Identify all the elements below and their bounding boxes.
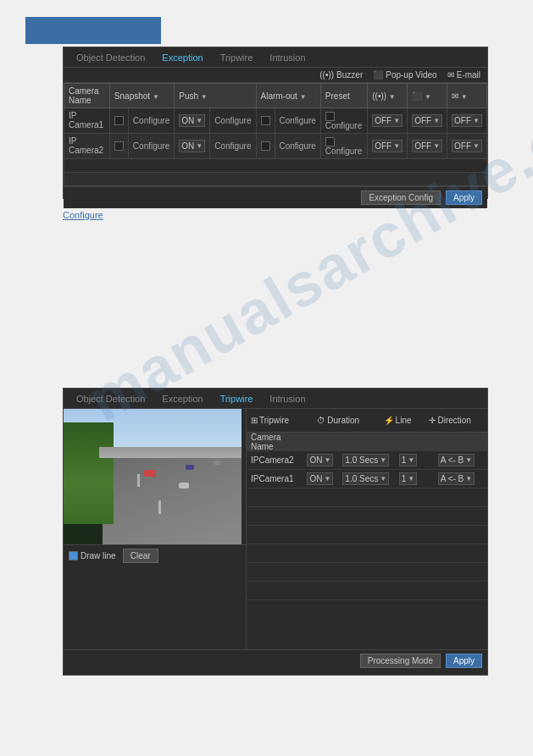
snapshot-cb-cell bbox=[109, 133, 128, 158]
bottom-tab-bar: Object Detection Exception Tripwire Intr… bbox=[64, 389, 487, 409]
tripwire-content: Draw line Clear ⊞ Tripwire ⏱ Duration ⚡ bbox=[64, 409, 487, 649]
popup-video-label: Pop-up Video bbox=[386, 70, 436, 80]
duration-col-label: Duration bbox=[327, 416, 359, 425]
camera-preview bbox=[64, 409, 242, 544]
email-cell-2: OFF▼ bbox=[447, 133, 487, 158]
alarm-cfg-cell: Configure bbox=[275, 133, 320, 158]
tw-empty-row-1 bbox=[247, 488, 487, 507]
alarm-cb-cell bbox=[256, 133, 275, 158]
buzzer-cell-1: OFF▼ bbox=[368, 108, 408, 134]
top-apply-button[interactable]: Apply bbox=[446, 190, 482, 205]
push-configure-2[interactable]: Configure bbox=[214, 141, 251, 151]
push-select-2[interactable]: ON▼ bbox=[179, 140, 205, 152]
push-cfg-cell: Configure bbox=[210, 108, 256, 134]
top-panel-bottom-bar: Exception Config Apply bbox=[64, 186, 487, 208]
clear-button[interactable]: Clear bbox=[123, 549, 158, 563]
email-select-1[interactable]: OFF▼ bbox=[452, 114, 482, 127]
tw-empty-row-2 bbox=[247, 507, 487, 526]
processing-mode-button[interactable]: Processing Mode bbox=[360, 654, 441, 668]
snapshot-cb-cell bbox=[109, 108, 128, 134]
tab-tripwire-top[interactable]: Tripwire bbox=[212, 47, 262, 67]
tw-empty-row-4 bbox=[247, 544, 487, 563]
top-tab-bar: Object Detection Exception Tripwire Intr… bbox=[64, 47, 487, 68]
email-label: E-mail bbox=[457, 70, 480, 80]
tw-line-select-1[interactable]: 1▼ bbox=[399, 454, 417, 466]
header-bar bbox=[25, 17, 161, 44]
buzzer-icon: ((•)) bbox=[319, 70, 334, 80]
middle-configure-link[interactable]: Configure bbox=[63, 210, 103, 220]
tw-status-select-2[interactable]: ON▼ bbox=[307, 472, 333, 485]
alarm-checkbox-2[interactable] bbox=[261, 141, 270, 151]
preset-configure-1[interactable]: Configure bbox=[325, 121, 362, 130]
table-row-empty bbox=[64, 158, 487, 172]
tw-camera-1: IPCamera2 bbox=[251, 455, 303, 465]
tab-object-detection[interactable]: Object Detection bbox=[68, 47, 153, 67]
tw-status-2: ON▼ bbox=[307, 472, 338, 485]
tripwire-right-header: ⊞ Tripwire ⏱ Duration ⚡ Line ✛ Direction bbox=[247, 409, 487, 433]
preset-cell: Configure bbox=[320, 108, 367, 134]
road-marking-1 bbox=[137, 474, 140, 488]
tab-exception[interactable]: Exception bbox=[153, 47, 211, 67]
car-red bbox=[144, 470, 156, 477]
push-select-1[interactable]: ON▼ bbox=[179, 114, 205, 127]
alarm-checkbox-1[interactable] bbox=[261, 116, 270, 125]
popup-cell-1: OFF▼ bbox=[408, 108, 447, 134]
tw-duration-1: 1.0 Secs▼ bbox=[342, 454, 394, 466]
tw-duration-select-1[interactable]: 1.0 Secs▼ bbox=[342, 454, 389, 466]
tw-duration-select-2[interactable]: 1.0 Secs▼ bbox=[342, 472, 389, 485]
snapshot-cfg-cell: Configure bbox=[128, 133, 174, 158]
tab-exception-bottom[interactable]: Exception bbox=[153, 389, 211, 408]
snapshot-checkbox-1[interactable] bbox=[114, 116, 124, 125]
exception-table: Camera Name Snapshot ▼ Push ▼ Alarm-out … bbox=[64, 83, 487, 186]
vegetation-left bbox=[64, 422, 114, 524]
buzzer-icon-item: ((•)) Buzzer bbox=[319, 70, 363, 80]
camera-name-col-header: Camera Name bbox=[251, 433, 303, 451]
snapshot-configure-1[interactable]: Configure bbox=[133, 116, 169, 125]
draw-line-checkbox[interactable] bbox=[69, 551, 78, 560]
bottom-apply-button[interactable]: Apply bbox=[446, 654, 482, 668]
table-row: IP Camera2 Configure ON▼ Configure Confi… bbox=[64, 133, 487, 158]
alarm-configure-2[interactable]: Configure bbox=[280, 141, 316, 151]
buzzer-select-2[interactable]: OFF▼ bbox=[372, 140, 403, 152]
draw-line-label: Draw line bbox=[81, 551, 116, 560]
camera-name-cell: IP Camera2 bbox=[64, 133, 110, 158]
buzzer-cell-2: OFF▼ bbox=[368, 133, 408, 158]
tab-intrusion-bottom[interactable]: Intrusion bbox=[261, 389, 314, 408]
popup-select-1[interactable]: OFF▼ bbox=[412, 114, 442, 127]
draw-line-checkbox-container: Draw line bbox=[69, 551, 116, 560]
camera-name-cell: IP Camera1 bbox=[64, 108, 110, 134]
exception-config-button[interactable]: Exception Config bbox=[361, 190, 441, 205]
tab-object-detection-bottom[interactable]: Object Detection bbox=[68, 389, 153, 408]
buzzer-label: Buzzer bbox=[336, 70, 363, 80]
email-select-2[interactable]: OFF▼ bbox=[452, 140, 482, 152]
tw-camera-2: IPCamera1 bbox=[251, 474, 303, 483]
col-alarm-out: Alarm-out ▼ bbox=[256, 84, 320, 108]
snapshot-configure-2[interactable]: Configure bbox=[133, 141, 169, 151]
popup-video-icon: ⬛ bbox=[373, 70, 383, 80]
tab-intrusion-top[interactable]: Intrusion bbox=[261, 47, 314, 67]
push-cell: ON▼ bbox=[175, 133, 210, 158]
tripwire-col-icon: ⊞ bbox=[251, 416, 258, 425]
push-cfg-cell: Configure bbox=[210, 133, 256, 158]
col-duration-icon: ⏱ Duration bbox=[317, 416, 379, 425]
email-icon: ✉ bbox=[447, 70, 454, 80]
tw-status-select-1[interactable]: ON▼ bbox=[307, 454, 333, 466]
snapshot-checkbox-2[interactable] bbox=[114, 141, 124, 151]
preset-checkbox-2[interactable] bbox=[325, 137, 335, 146]
col-line-icon: ⚡ Line bbox=[384, 416, 425, 425]
col-preset: Preset bbox=[320, 84, 367, 108]
popup-select-2[interactable]: OFF▼ bbox=[412, 140, 442, 152]
tw-direction-select-1[interactable]: A <- B▼ bbox=[438, 454, 475, 466]
col-popup-icon: ⬛ ▼ bbox=[408, 84, 447, 108]
tw-empty-row-3 bbox=[247, 526, 487, 544]
tw-direction-select-2[interactable]: A <- B▼ bbox=[438, 472, 475, 485]
push-configure-1[interactable]: Configure bbox=[214, 116, 251, 125]
preset-checkbox-1[interactable] bbox=[325, 112, 335, 121]
preset-configure-2[interactable]: Configure bbox=[325, 146, 362, 156]
tw-line-1: 1▼ bbox=[399, 454, 434, 466]
buzzer-select-1[interactable]: OFF▼ bbox=[372, 114, 403, 127]
tw-line-select-2[interactable]: 1▼ bbox=[399, 472, 417, 485]
top-panel: Object Detection Exception Tripwire Intr… bbox=[63, 47, 488, 199]
tab-tripwire-bottom[interactable]: Tripwire bbox=[212, 389, 262, 408]
alarm-configure-1[interactable]: Configure bbox=[280, 116, 316, 125]
